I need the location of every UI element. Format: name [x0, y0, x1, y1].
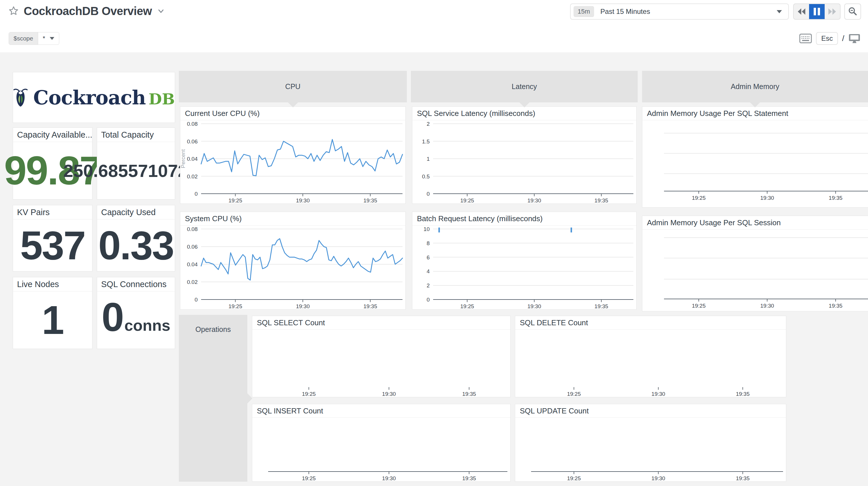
pause-button[interactable] [809, 4, 825, 19]
stat-value: 0 [102, 294, 123, 341]
svg-text:1: 1 [427, 156, 430, 162]
group-label: Latency [512, 82, 537, 91]
slash-shortcut: / [842, 34, 844, 43]
chart-sql-service-latency[interactable]: 00.511.5219:2519:3019:35 [412, 120, 636, 203]
scope-variable-name: $scope [9, 32, 38, 45]
group-pointer [519, 97, 530, 108]
group-header-cpu: CPU [179, 71, 407, 102]
stat-card-sql-connections[interactable]: SQL Connections 0 conns [97, 277, 175, 349]
stat-value: 537 [20, 222, 85, 269]
shortcut-hints: Esc / [799, 31, 861, 46]
stat-unit: conns [124, 316, 170, 341]
pause-icon [813, 7, 820, 16]
fast-forward-icon [827, 7, 837, 16]
svg-text:19:30: 19:30 [296, 197, 310, 203]
stat-label: Total Capacity [97, 128, 175, 142]
svg-text:0.06: 0.06 [187, 244, 198, 250]
stat-label: Capacity Used [97, 205, 175, 220]
stat-label: Live Nodes [13, 277, 92, 291]
svg-text:0.04: 0.04 [187, 261, 198, 267]
template-variable-scope[interactable]: $scope * [9, 32, 59, 45]
time-range-selector[interactable]: 15m Past 15 Minutes [570, 3, 789, 20]
svg-text:0: 0 [194, 191, 198, 197]
stat-value: 0.33 [98, 222, 174, 269]
panel-sql-service-latency[interactable]: SQL Service Latency (milliseconds) 00.51… [412, 106, 637, 204]
panel-title: System CPU (%) [180, 212, 405, 226]
scope-caret-icon [50, 37, 54, 40]
svg-text:19:35: 19:35 [736, 475, 750, 481]
stat-value: 250.6855710720 [63, 161, 198, 181]
chart-sql-update-count[interactable]: 19:2519:3019:35 [515, 418, 786, 481]
svg-text:19:35: 19:35 [462, 391, 476, 397]
group-pointer [287, 97, 298, 108]
group-pointer [750, 97, 761, 108]
group-label: Operations [179, 325, 247, 334]
group-pointer [242, 393, 252, 404]
forward-button[interactable] [825, 4, 840, 19]
stat-card-kv-pairs[interactable]: KV Pairs 537 [13, 205, 92, 271]
star-icon[interactable] [8, 5, 19, 17]
cockroachdb-logo-icon [13, 80, 28, 115]
panel-current-user-cpu[interactable]: Current User CPU (%) 00.020.040.060.0819… [180, 106, 406, 204]
stat-card-total-capacity[interactable]: Total Capacity 250.6855710720 GB [97, 127, 175, 199]
stat-card-live-nodes[interactable]: Live Nodes 1 [13, 277, 92, 349]
keyboard-icon[interactable] [799, 33, 812, 44]
chart-sql-delete-count[interactable]: 19:2519:3019:35 [515, 330, 786, 397]
svg-text:19:30: 19:30 [652, 475, 665, 481]
svg-text:19:30: 19:30 [760, 195, 774, 201]
panel-admin-memory-session[interactable]: Admin Memory Usage Per SQL Session 19:25… [642, 216, 868, 311]
svg-text:19:25: 19:25 [460, 303, 474, 309]
svg-text:0.04: 0.04 [187, 156, 198, 162]
svg-text:0: 0 [194, 297, 198, 303]
panel-title: SQL Service Latency (milliseconds) [412, 107, 636, 120]
panel-title: Current User CPU (%) [180, 107, 405, 120]
panel-sql-delete-count[interactable]: SQL DELETE Count 19:2519:3019:35 [515, 316, 786, 397]
chart-batch-request-latency[interactable]: 024681019:2519:3019:35 [412, 226, 636, 309]
panel-sql-select-count[interactable]: SQL SELECT Count 19:2519:3019:35 [252, 316, 510, 397]
svg-text:19:35: 19:35 [594, 303, 608, 309]
stat-label: SQL Connections [97, 277, 175, 291]
logo-wordmark: Cockroach [33, 86, 146, 109]
stat-card-capacity-used[interactable]: Capacity Used 0.33 [97, 205, 175, 271]
svg-text:0.02: 0.02 [187, 279, 198, 285]
svg-text:19:25: 19:25 [228, 303, 242, 309]
panel-title: Admin Memory Usage Per SQL Statement [642, 107, 868, 120]
svg-text:0.5: 0.5 [422, 173, 430, 179]
svg-text:19:30: 19:30 [652, 391, 665, 397]
svg-text:19:25: 19:25 [302, 391, 316, 397]
chart-admin-memory-statement[interactable]: 19:2519:3019:35 [642, 120, 868, 207]
rewind-icon [797, 7, 806, 16]
fullscreen-monitor-icon[interactable] [848, 33, 861, 44]
svg-text:0.08: 0.08 [187, 121, 198, 127]
group-header-admin-memory: Admin Memory [642, 71, 868, 102]
svg-text:19:35: 19:35 [736, 391, 750, 397]
rewind-button[interactable] [794, 4, 809, 19]
svg-text:0.06: 0.06 [187, 139, 198, 145]
chevron-down-icon[interactable] [157, 7, 165, 15]
panel-admin-memory-statement[interactable]: Admin Memory Usage Per SQL Statement 19:… [642, 106, 868, 207]
zoom-out-button[interactable] [844, 3, 861, 20]
panel-system-cpu[interactable]: System CPU (%) 00.020.040.060.0819:2519:… [180, 211, 406, 310]
svg-text:19:30: 19:30 [527, 303, 541, 309]
esc-button[interactable]: Esc [816, 32, 838, 45]
chart-system-cpu[interactable]: 00.020.040.060.0819:2519:3019:35 [180, 226, 405, 309]
svg-text:8: 8 [427, 240, 430, 246]
chart-admin-memory-session[interactable]: 19:2519:3019:35 [642, 230, 868, 311]
svg-text:0: 0 [427, 191, 430, 197]
svg-text:1.5: 1.5 [422, 139, 430, 145]
chart-sql-select-count[interactable]: 19:2519:3019:35 [252, 330, 510, 397]
chart-current-user-cpu[interactable]: 00.020.040.060.0819:2519:3019:35Percent [180, 120, 405, 203]
panel-sql-insert-count[interactable]: SQL INSERT Count 19:2519:3019:35 [252, 404, 510, 482]
panel-sql-update-count[interactable]: SQL UPDATE Count 19:2519:3019:35 [515, 404, 786, 482]
panel-title: SQL SELECT Count [252, 316, 510, 330]
svg-text:19:25: 19:25 [302, 475, 316, 481]
svg-text:19:25: 19:25 [228, 197, 242, 203]
svg-text:19:25: 19:25 [567, 391, 581, 397]
group-label: Admin Memory [731, 82, 779, 91]
svg-text:Percent: Percent [180, 149, 186, 168]
group-header-operations: Operations [179, 315, 247, 482]
chart-sql-insert-count[interactable]: 19:2519:3019:35 [252, 418, 510, 481]
cockroachdb-logo-card[interactable]: CockroachDB [13, 72, 175, 123]
panel-title: SQL UPDATE Count [515, 404, 786, 418]
panel-batch-request-latency[interactable]: Batch Request Latency (milliseconds) 024… [412, 211, 637, 310]
